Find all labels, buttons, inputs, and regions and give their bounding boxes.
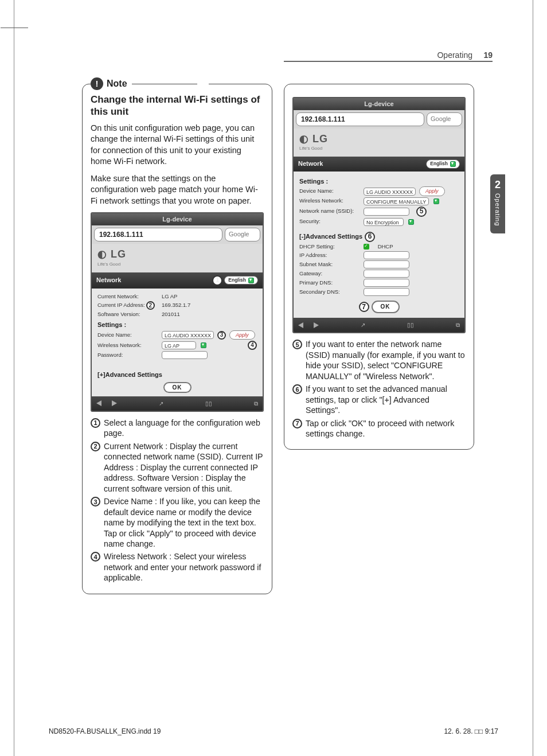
advanced-toggle[interactable]: [+]Advanced Settings [97, 371, 257, 379]
bookmarks-icon[interactable]: ▯▯ [205, 400, 212, 408]
ok-row: OK [97, 384, 257, 392]
list-num: 4 [91, 552, 100, 562]
label: IP Address: [299, 252, 360, 259]
address-field[interactable]: 192.168.1.111 [94, 228, 222, 241]
password-input[interactable] [162, 351, 208, 359]
search-field[interactable]: Google [427, 112, 462, 126]
list-num: 3 [91, 497, 100, 506]
address-field[interactable]: 192.168.1.111 [296, 112, 424, 126]
label: DHCP Setting: [299, 243, 360, 251]
dns2-input[interactable] [364, 288, 409, 296]
running-head: Operating 19 [437, 50, 493, 60]
lg-slogan: Life's Good [299, 146, 459, 152]
wireless-network-select[interactable]: LG AP [162, 341, 196, 349]
callout-4: 4 [248, 341, 257, 350]
chapter-label: Operating [494, 193, 501, 226]
share-icon[interactable]: ↗ [159, 400, 163, 408]
tabs-icon[interactable]: ⧉ [254, 400, 258, 408]
language-select[interactable]: English [224, 276, 258, 285]
dropdown-icon [450, 161, 456, 167]
gateway-input[interactable] [364, 270, 409, 278]
settings-heading: Settings : [299, 177, 459, 186]
window-title: Lg-device [294, 98, 464, 110]
callout-6: 6 [365, 232, 375, 242]
chapter-tab: 2 Operating [490, 174, 505, 233]
brand-area: ◐ LG Life's Good [294, 128, 464, 157]
value: LG AP [162, 293, 257, 301]
callout-5: 5 [416, 206, 427, 217]
dropdown-icon [433, 198, 439, 204]
page-footer: ND8520-FA.BUSALLK_ENG.indd 19 12. 6. 28.… [49, 727, 498, 735]
bookmarks-icon[interactable]: ▯▯ [407, 321, 414, 329]
list-text: Wireless Network : Select your wireless … [104, 551, 264, 583]
label: Subnet Mask: [299, 261, 360, 268]
advanced-toggle[interactable]: [-]Advanced Settings 6 [299, 232, 459, 242]
chapter-number: 2 [490, 179, 505, 191]
label: Software Version: [97, 311, 158, 318]
window-title: Lg-device [92, 213, 263, 225]
tabs-icon[interactable]: ⧉ [456, 321, 460, 329]
config-screenshot-1: Lg-device 192.168.1.111 Google ◐ LG Life… [91, 212, 264, 412]
dropdown-icon [408, 219, 414, 225]
ok-button[interactable]: OK [372, 301, 400, 313]
share-icon[interactable]: ↗ [361, 321, 365, 329]
value: 169.352.1.7 [162, 302, 257, 309]
crop-mark [1, 28, 28, 28]
note-box-left: ! Note Change the internal Wi-Fi setting… [82, 84, 272, 594]
nav-network[interactable]: Network [298, 159, 323, 168]
label: Wireless Network: [299, 197, 360, 205]
ip-input[interactable] [364, 251, 409, 259]
section-name: Operating [437, 50, 472, 60]
nav-bar: Network 1 English [92, 272, 263, 289]
list-text: Current Network : Display the current co… [104, 441, 264, 494]
back-icon[interactable] [298, 322, 303, 328]
forward-icon[interactable] [112, 400, 117, 406]
paragraph: Make sure that the settings on the confi… [91, 173, 264, 207]
label: Secondary DNS: [299, 289, 360, 296]
page-body: Current Network:LG AP Current IP Address… [92, 289, 263, 396]
label: Primary DNS: [299, 279, 360, 287]
callout-list-left: 1Select a language for the configuration… [91, 418, 264, 583]
ssid-input[interactable] [364, 208, 409, 216]
callout-3: 3 [217, 331, 226, 340]
device-name-input[interactable]: LG AUDIO XXXXXX [364, 188, 416, 196]
callout-1: 1 [212, 275, 222, 286]
note-badge: ! Note [91, 77, 132, 90]
dns1-input[interactable] [364, 279, 409, 287]
apply-button[interactable]: Apply [419, 186, 445, 196]
wireless-network-select[interactable]: CONFIGURE MANUALLY [364, 197, 429, 205]
nav-network[interactable]: Network [96, 276, 121, 285]
list-text: If you want to enter the network name (S… [306, 339, 466, 381]
label: Network name (SSID): [299, 208, 360, 215]
list-num: 6 [292, 384, 302, 394]
mask-input[interactable] [364, 260, 409, 268]
device-name-input[interactable]: LG AUDIO XXXXXX [162, 331, 214, 339]
page-number: 19 [483, 50, 493, 60]
search-field[interactable]: Google [225, 228, 260, 241]
page-frame: Operating 19 2 Operating ! Note Change t… [14, 0, 533, 756]
source-file: ND8520-FA.BUSALLK_ENG.indd 19 [49, 727, 161, 735]
page-body: Settings : Device Name: LG AUDIO XXXXXX … [294, 172, 464, 318]
browser-footer: ↗ ▯▯ ⧉ [294, 318, 464, 333]
list-text: Tap or click "OK" to proceed with networ… [306, 418, 466, 439]
back-icon[interactable] [96, 400, 101, 406]
label: Current Network: [97, 293, 158, 301]
lg-logo: ◐ LG [97, 247, 257, 261]
label: Password: [97, 352, 158, 359]
list-text: Select a language for the configuration … [104, 418, 264, 439]
url-bar: 192.168.1.111 Google [92, 225, 263, 244]
label: Security: [299, 218, 360, 225]
apply-button[interactable]: Apply [229, 330, 255, 340]
dropdown-icon [201, 342, 206, 348]
security-select[interactable]: No Encryption [364, 218, 404, 226]
browser-footer: ↗ ▯▯ ⧉ [92, 396, 263, 411]
label: Gateway: [299, 270, 360, 278]
forward-icon[interactable] [314, 322, 319, 328]
list-num: 5 [292, 340, 302, 349]
dhcp-checkbox[interactable] [364, 244, 369, 250]
note-label: Note [107, 77, 127, 90]
ok-button[interactable]: OK [163, 382, 192, 393]
ok-row: 7 OK [299, 301, 459, 313]
language-select[interactable]: English [426, 159, 460, 168]
list-text: Device Name : If you like, you can keep … [104, 496, 264, 549]
